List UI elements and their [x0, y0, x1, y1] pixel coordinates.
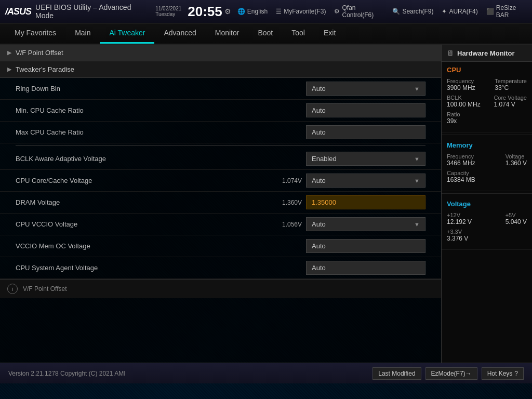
hw-cpu-ratio: Ratio 39x [447, 111, 527, 125]
bclk-adaptive-control: Enabled ▼ [306, 152, 425, 166]
nav-ai-tweaker[interactable]: Ai Tweaker [100, 23, 154, 44]
nav-tool[interactable]: Tool [282, 23, 314, 44]
globe-icon: 🌐 [237, 8, 245, 15]
asus-logo: /ASUS [5, 6, 31, 17]
hw-cpu-title: CPU [447, 66, 527, 74]
settings-icon[interactable]: ⚙ [224, 7, 231, 16]
hw-voltage-section: Voltage +12V 12.192 V +5V 5.040 V +3.3V … [442, 196, 532, 250]
header-tools: 🌐 English ☰ MyFavorite(F3) ⚙ Qfan Contro… [237, 4, 527, 19]
hw-divider-1 [442, 135, 532, 135]
hw-divider-2 [442, 193, 532, 194]
hw-cpu-freq-temp: Frequency 3900 MHz Temperature 33°C [447, 78, 527, 91]
info-icon: i [7, 284, 18, 294]
nav-advanced[interactable]: Advanced [154, 23, 205, 44]
hw-volt-12v: +12V 12.192 V [447, 212, 472, 225]
cpu-system-agent-control [306, 261, 425, 275]
cpu-system-agent-input[interactable] [306, 261, 425, 275]
hw-monitor-header: 🖥 Hardware Monitor [442, 45, 532, 62]
monitor-icon: 🖥 [447, 49, 454, 57]
cpu-vccio-dropdown[interactable]: Auto ▼ [306, 217, 425, 231]
hw-mem-capacity-col: Capacity 16384 MB [447, 170, 475, 183]
tool-aura[interactable]: ✦ AURA(F4) [442, 8, 477, 15]
nav-boot[interactable]: Boot [248, 23, 282, 44]
bclk-adaptive-dropdown[interactable]: Enabled ▼ [306, 152, 425, 166]
hw-cpu-bclk-voltage: BCLK 100.00 MHz Core Voltage 1.074 V [447, 95, 527, 108]
tool-search[interactable]: 🔍 Search(F9) [392, 8, 433, 15]
section-vf-point-offset[interactable]: ▶ V/F Point Offset [0, 45, 441, 61]
hw-mem-capacity: Capacity 16384 MB [447, 170, 527, 183]
dram-voltage-input[interactable] [306, 195, 425, 209]
setting-cpu-vccio: CPU VCCIO Voltage 1.056V Auto ▼ [0, 214, 441, 235]
bclk-adaptive-label: BCLK Aware Adaptive Voltage [16, 155, 306, 163]
aura-icon: ✦ [442, 8, 447, 15]
hw-memory-title: Memory [447, 141, 527, 149]
ring-down-bin-dropdown[interactable]: Auto ▼ [306, 82, 425, 96]
tool-qfan[interactable]: ⚙ Qfan Control(F6) [334, 4, 384, 19]
setting-cpu-system-agent: CPU System Agent Voltage [0, 257, 441, 279]
time-display: 20:55 [188, 4, 222, 20]
cpu-core-voltage-dropdown[interactable]: Auto ▼ [306, 174, 425, 188]
dram-voltage-current: 1.360V [273, 199, 302, 206]
cpu-vccio-control: Auto ▼ [306, 217, 425, 231]
nav-exit[interactable]: Exit [314, 23, 345, 44]
vccio-mem-oc-control [306, 239, 425, 253]
settings-container: Ring Down Bin Auto ▼ Min. CPU Cache Rati… [0, 78, 441, 279]
arrow-icon-2: ▶ [7, 66, 11, 73]
bios-title: UEFI BIOS Utility – Advanced Mode [35, 3, 147, 20]
hw-cpu-temp: Temperature 33°C [495, 78, 527, 91]
datetime-area: 11/02/2021 Tuesday [155, 6, 181, 17]
arrow-icon: ▶ [7, 49, 11, 56]
nav-main[interactable]: Main [65, 23, 100, 44]
section-vf-label: V/F Point Offset [16, 49, 63, 57]
vccio-mem-oc-label: VCCIO Mem OC Voltage [16, 242, 306, 250]
hot-keys-button[interactable]: Hot Keys ? [482, 367, 524, 380]
footer-version: Version 2.21.1278 Copyright (C) 2021 AMI [8, 370, 125, 377]
hw-mem-freq-voltage: Frequency 3466 MHz Voltage 1.360 V [447, 153, 527, 167]
hw-voltage-title: Voltage [447, 200, 527, 208]
tool-myfavorite[interactable]: ☰ MyFavorite(F3) [276, 8, 326, 15]
chevron-down-icon-3: ▼ [414, 178, 420, 184]
hw-mem-voltage: Voltage 1.360 V [506, 153, 527, 167]
section-tweakers-paradise[interactable]: ▶ Tweaker's Paradise [0, 61, 441, 78]
ring-down-bin-label: Ring Down Bin [16, 85, 306, 92]
vccio-mem-oc-input[interactable] [306, 239, 425, 253]
logo-area: /ASUS UEFI BIOS Utility – Advanced Mode [5, 3, 147, 20]
tool-english[interactable]: 🌐 English [237, 8, 268, 15]
settings-divider [16, 145, 425, 146]
hw-memory-section: Memory Frequency 3466 MHz Voltage 1.360 … [442, 137, 532, 191]
navigation: My Favorites Main Ai Tweaker Advanced Mo… [0, 23, 532, 45]
hw-monitor-title: Hardware Monitor [457, 49, 515, 57]
cpu-core-voltage-label: CPU Core/Cache Voltage [16, 177, 273, 184]
ez-mode-button[interactable]: EzMode(F7)→ [425, 367, 477, 380]
dram-voltage-control [306, 195, 425, 209]
favorites-icon: ☰ [276, 8, 282, 15]
hw-volt-33v: +3.3V 3.376 V [447, 229, 527, 242]
dram-voltage-label: DRAM Voltage [16, 198, 273, 206]
header: /ASUS UEFI BIOS Utility – Advanced Mode … [0, 0, 532, 23]
nav-monitor[interactable]: Monitor [206, 23, 249, 44]
hw-volt-33v-col: +3.3V 3.376 V [447, 229, 468, 242]
hw-cpu-section: CPU Frequency 3900 MHz Temperature 33°C … [442, 62, 532, 132]
time-area: 20:55 ⚙ [188, 4, 231, 20]
setting-cpu-core-voltage: CPU Core/Cache Voltage 1.074V Auto ▼ [0, 170, 441, 192]
cpu-core-voltage-control: Auto ▼ [306, 174, 425, 188]
footer-buttons: Last Modified EzMode(F7)→ Hot Keys ? [373, 367, 524, 380]
footer: Version 2.21.1278 Copyright (C) 2021 AMI… [0, 363, 532, 383]
min-cpu-cache-label: Min. CPU Cache Ratio [16, 107, 306, 114]
date-display: 11/02/2021 Tuesday [155, 6, 181, 17]
cpu-vccio-current: 1.056V [273, 221, 302, 228]
setting-ring-down-bin: Ring Down Bin Auto ▼ [0, 78, 441, 100]
max-cpu-cache-input[interactable] [306, 125, 425, 139]
question-icon: ? [514, 370, 518, 377]
last-modified-button[interactable]: Last Modified [373, 367, 421, 380]
hw-cpu-ratio-col: Ratio 39x [447, 111, 460, 125]
tool-resizebar[interactable]: ⬛ ReSize BAR [486, 4, 527, 19]
setting-max-cpu-cache-ratio: Max CPU Cache Ratio [0, 122, 441, 143]
min-cpu-cache-input[interactable] [306, 103, 425, 117]
nav-my-favorites[interactable]: My Favorites [5, 23, 65, 44]
chevron-down-icon-4: ▼ [414, 221, 420, 228]
section-tweakers-label: Tweaker's Paradise [16, 65, 74, 73]
cpu-system-agent-label: CPU System Agent Voltage [16, 264, 306, 272]
main-layout: ▶ V/F Point Offset ▶ Tweaker's Paradise … [0, 45, 532, 363]
min-cpu-cache-control [306, 103, 425, 117]
